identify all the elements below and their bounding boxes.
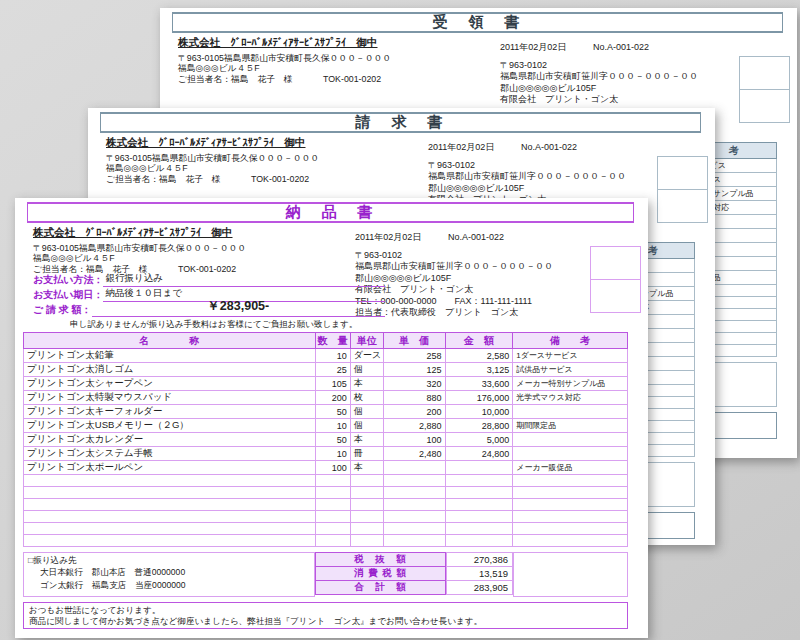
document-meta: 2011年02月02日 No.A-001-022 xyxy=(500,41,649,54)
totals-row: 合 計 額283,905 xyxy=(315,580,513,595)
desktop-background: 受 領 書 株式会社 ｸﾞﾛｰﾊﾞﾙﾒﾃﾞｨｱｻｰﾋﾞｽｻﾌﾟﾗｲ 御中 〒96… xyxy=(0,0,800,640)
document-title: 納 品 書 xyxy=(286,203,376,222)
customer-contact-code: TOK-001-0202 xyxy=(251,174,309,184)
supplier-building: 郡山◎◎◎◎◎ビル105F xyxy=(500,83,698,94)
document-title: 受 領 書 xyxy=(433,13,523,32)
item-row: プリントゴン太システム手帳10冊2,48024,800 xyxy=(24,447,628,461)
document-title-bar: 請 求 書 xyxy=(100,112,701,133)
payment-amount-row: ご 請 求 額： ￥283,905- xyxy=(33,302,385,317)
payment-method-value: 銀行振り込み xyxy=(103,272,385,287)
stamp-box xyxy=(739,56,790,123)
document-nohinsho: 納 品 書 株式会社 ｸﾞﾛｰﾊﾞﾙﾒﾃﾞｨｱｻｰﾋﾞｽｻﾌﾟﾗｲ 御中 〒96… xyxy=(15,198,648,638)
supplier-address: 福島県郡山市安積町笹川字０００－０００－００ xyxy=(428,171,626,182)
greeting-footer-box: おつもお世話になっております。 商品に関しまして何かお気づき点など御座いましたら… xyxy=(23,602,628,629)
document-number: No.A-001-022 xyxy=(448,232,504,242)
customer-name: 株式会社 ｸﾞﾛｰﾊﾞﾙﾒﾃﾞｨｱｻｰﾋﾞｽｻﾌﾟﾗｲ 御中 xyxy=(33,226,363,240)
stamp-cell-bottom xyxy=(658,190,707,223)
customer-block: 株式会社 ｸﾞﾛｰﾊﾞﾙﾒﾃﾞｨｱｻｰﾋﾞｽｻﾌﾟﾗｲ 御中 〒963-0105… xyxy=(33,226,363,274)
customer-building: 福島◎◎◎ビル４５F xyxy=(178,64,508,74)
item-row: プリントゴン太カレンダー50本1005,000 xyxy=(24,433,628,447)
totals-label: 合 計 額 xyxy=(315,580,446,595)
greeting-line: おつもお世話になっております。 xyxy=(29,605,622,616)
customer-contact: ご担当者名：福島 花子 様 TOK-001-0202 xyxy=(106,174,436,184)
payment-method-row: お支払い方法： 銀行振り込み xyxy=(33,272,385,287)
stamp-cell-top xyxy=(740,57,789,90)
customer-block: 株式会社 ｸﾞﾛｰﾊﾞﾙﾒﾃﾞｨｱｻｰﾋﾞｽｻﾌﾟﾗｲ 御中 〒963-0105… xyxy=(178,36,508,84)
customer-contact-code: TOK-001-0202 xyxy=(323,74,381,84)
item-row: プリントゴン太キーフォルダー50個20010,000 xyxy=(24,405,628,419)
supplier-address: 福島県郡山市安積町笹川字０００－０００－００ xyxy=(500,71,698,82)
totals-remarks-cell xyxy=(513,552,628,597)
stamp-box xyxy=(657,156,708,223)
header-name: 名 称 xyxy=(24,333,316,349)
customer-contact-name: ご担当者名：福島 花子 様 xyxy=(106,174,221,184)
totals-label: 消 費 税 額 xyxy=(315,566,446,581)
customer-contact-name: ご担当者名：福島 花子 様 xyxy=(178,74,293,84)
empty-row xyxy=(24,511,628,523)
empty-row xyxy=(24,487,628,499)
document-date: 2011年02月02日 xyxy=(428,142,494,152)
stamp-cell-top xyxy=(591,247,640,280)
customer-contact: ご担当者名：福島 花子 様 TOK-001-0202 xyxy=(178,74,508,84)
bank-account-line: 大日本銀行 郡山本店 普通0000000 xyxy=(28,566,310,579)
items-header-row: 名 称 数 量 単位 単 価 金 額 備 考 xyxy=(24,333,628,349)
empty-row xyxy=(24,523,628,535)
totals-value: 283,905 xyxy=(446,580,513,595)
header-remarks: 備 考 xyxy=(513,333,628,349)
totals-label: 税 抜 額 xyxy=(315,552,446,567)
item-row: プリントゴン太シャープペン105本32033,600メーカー特別サンプル品 xyxy=(24,377,628,391)
bank-box-title: □振り込み先 xyxy=(28,554,310,566)
header-unit: 単位 xyxy=(350,333,383,349)
document-meta: 2011年02月02日 No.A-001-022 xyxy=(428,141,577,154)
payment-fee-note: 申し訳ありませんが振り込み手数料はお客様にてご負担お願い致します。 xyxy=(70,319,357,331)
header-quantity: 数 量 xyxy=(315,333,350,349)
totals-value: 13,519 xyxy=(446,566,513,581)
supplier-building: 郡山◎◎◎◎◎ビル105F xyxy=(428,183,626,194)
document-title: 請 求 書 xyxy=(356,113,446,132)
payment-method-label: お支払い方法： xyxy=(33,273,103,287)
bank-account-line: ゴン太銀行 福島支店 当座0000000 xyxy=(28,579,310,592)
stamp-cell-bottom xyxy=(740,90,789,123)
totals-area: □振り込み先 大日本銀行 郡山本店 普通0000000 ゴン太銀行 福島支店 当… xyxy=(23,552,628,597)
document-number: No.A-001-022 xyxy=(593,42,649,52)
empty-row xyxy=(24,499,628,511)
empty-row xyxy=(24,535,628,547)
item-row: プリントゴン太ボールペン100本メーカー販促品 xyxy=(24,461,628,475)
header-unit-price: 単 価 xyxy=(383,333,445,349)
item-row: プリントゴン太特製マウスパッド200枚880176,000光学式マウス対応 xyxy=(24,391,628,405)
customer-block: 株式会社 ｸﾞﾛｰﾊﾞﾙﾒﾃﾞｨｱｻｰﾋﾞｽｻﾌﾟﾗｲ 御中 〒963-0105… xyxy=(106,136,436,184)
totals-row: 税 抜 額270,386 xyxy=(315,552,513,567)
document-date: 2011年02月02日 xyxy=(500,42,566,52)
stamp-cell-bottom xyxy=(591,280,640,313)
customer-building: 福島◎◎◎ビル４５F xyxy=(33,254,363,264)
header-amount: 金 額 xyxy=(445,333,513,349)
supplier-zip: 〒963-0102 xyxy=(355,250,553,261)
totals-row: 消 費 税 額13,519 xyxy=(315,566,513,581)
customer-building: 福島◎◎◎ビル４５F xyxy=(106,164,436,174)
payment-amount-label: ご 請 求 額： xyxy=(33,303,92,317)
item-row: プリントゴン太USBメモリー（２G）10個2,88028,800期間限定品 xyxy=(24,419,628,433)
payment-amount-value: ￥283,905- xyxy=(92,298,385,317)
supplier-company: 有限会社 プリント・ゴン太 xyxy=(500,94,698,105)
totals-box: 税 抜 額270,386消 費 税 額13,519合 計 額283,905 xyxy=(315,552,513,595)
document-number: No.A-001-022 xyxy=(521,142,577,152)
document-meta: 2011年02月02日 No.A-001-022 xyxy=(355,231,504,244)
document-date: 2011年02月02日 xyxy=(355,232,421,242)
supplier-zip: 〒963-0102 xyxy=(428,160,626,171)
items-table: 名 称 数 量 単位 単 価 金 額 備 考 プリントゴン太鉛筆10ダース258… xyxy=(23,332,628,547)
contact-line: 商品に関しまして何かお気づき点など御座いましたら、弊社担当『プリント ゴン太』ま… xyxy=(29,616,622,627)
bank-transfer-box: □振り込み先 大日本銀行 郡山本店 普通0000000 ゴン太銀行 福島支店 当… xyxy=(23,552,315,597)
totals-value: 270,386 xyxy=(446,552,513,567)
stamp-cell-top xyxy=(658,157,707,190)
stamp-box xyxy=(590,246,641,313)
empty-row xyxy=(24,475,628,487)
customer-name: 株式会社 ｸﾞﾛｰﾊﾞﾙﾒﾃﾞｨｱｻｰﾋﾞｽｻﾌﾟﾗｲ 御中 xyxy=(106,136,436,150)
item-row: プリントゴン太鉛筆10ダース2582,5801ダースサービス xyxy=(24,349,628,363)
supplier-zip: 〒963-0102 xyxy=(500,60,698,71)
document-title-bar: 納 品 書 xyxy=(27,202,634,223)
item-row: プリントゴン太消しゴム25個1253,125試供品サービス xyxy=(24,363,628,377)
customer-name: 株式会社 ｸﾞﾛｰﾊﾞﾙﾒﾃﾞｨｱｻｰﾋﾞｽｻﾌﾟﾗｲ 御中 xyxy=(178,36,508,50)
payment-block: お支払い方法： 銀行振り込み お支払い期日： 納品後１０日まで ご 請 求 額：… xyxy=(33,272,385,317)
document-title-bar: 受 領 書 xyxy=(172,12,783,33)
